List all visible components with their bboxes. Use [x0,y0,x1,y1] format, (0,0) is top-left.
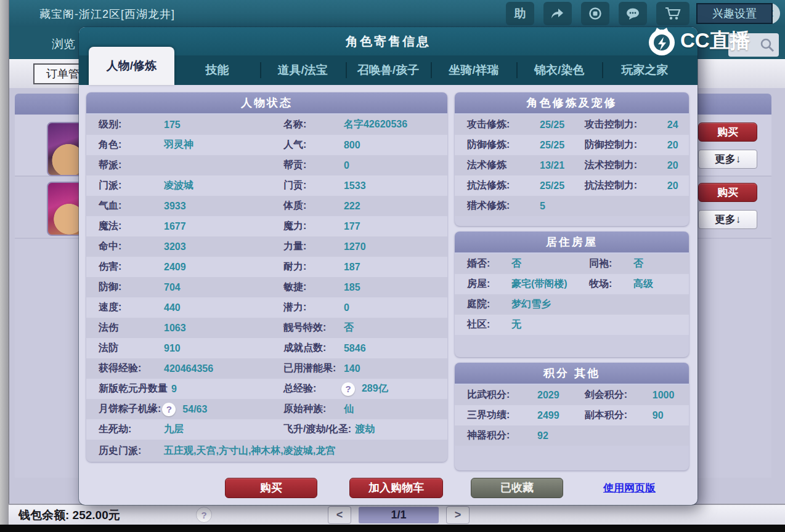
interest-settings-button[interactable]: 兴趣设置 [696,3,773,24]
stat-value: 2409 [164,262,186,273]
stat-label: 抗法修炼: [467,179,536,192]
help-icon[interactable]: ? [341,382,355,396]
stat-label: 副本积分: [585,409,649,422]
stat-label: 房屋: [467,278,508,291]
stat-label: 级别: [99,118,160,131]
stat-label: 帮贡: [283,159,340,172]
training-panel: 角色修炼及宠修 攻击修炼: 25/25 攻击控制力: [455,92,689,226]
stat-row: 级别: ? 175 名称: ? 名字42620536 [86,115,447,135]
stat-row: 新版乾元丹数量 ? 9 总经验: ? 289亿 [86,379,447,399]
stat-label: 法术修炼 [467,159,536,172]
stat-row: 伤害: ? 2409 耐力: ? 187 [86,257,447,277]
stat-value: 2029 [537,390,559,401]
stat-value: 25/25 [540,180,564,191]
dialog-tab[interactable]: 玩家之家 [602,55,688,85]
stat-value: 凌波城 [164,179,193,192]
share-icon[interactable] [543,2,572,25]
stat-value: 25/25 [540,140,564,151]
history-school-row: 历史门派: 五庄观,天宫,方寸山,神木林,凌波城,龙宫 [86,440,447,462]
stat-label: 防御修炼: [467,139,536,151]
wallet-help-icon[interactable]: ? [196,507,212,523]
stat-label: 速度: [99,301,160,314]
wallet-balance: 钱包余额: 252.00元 [18,507,120,523]
stat-row: 攻击修炼: 25/25 攻击控制力: 24 [455,115,689,135]
stat-label: 伤害: [99,260,160,273]
chat-icon[interactable] [619,2,647,25]
window-title: 藏宝阁-浙江2区[西湖龙井] [39,7,175,22]
menu-browse[interactable]: 浏览 [52,36,75,52]
score-panel-title: 积分 其他 [455,363,689,385]
stat-value: 9 [171,384,177,395]
stat-label: 命中: [99,240,160,253]
search-icon[interactable] [759,37,775,55]
stat-row: 速度: ? 440 潜力: ? 0 [86,297,447,318]
stat-value: 高级 [633,278,653,291]
stat-label: 社区: [467,318,508,331]
add-to-cart-button[interactable]: 加入购物车 [349,478,443,498]
stat-value: 13/21 [540,160,564,171]
web-version-link[interactable]: 使用网页版 [603,481,656,495]
stat-value: 92 [537,430,548,441]
dialog-tab[interactable]: 人物/修炼 [89,47,174,85]
bottom-bar: 钱包余额: 252.00元 ? < 1/1 > [9,504,785,526]
help-button[interactable]: 助 [506,2,534,25]
stat-label: 生死劫: [99,423,160,436]
stat-value: 否 [344,321,354,334]
stat-label: 婚否: [467,257,508,270]
record-icon[interactable] [581,2,609,25]
help-icon[interactable]: ? [162,403,176,416]
stat-label: 防御控制力: [585,139,664,151]
list-more-button[interactable]: 更多↓ [698,150,757,169]
stat-value: 1063 [164,323,186,334]
dialog-tab[interactable]: 坐骑/祥瑞 [431,55,516,85]
character-avatar[interactable] [47,182,83,236]
next-page-button[interactable]: > [446,506,470,524]
stat-row: 猎术修炼: 5 [455,196,689,216]
stat-label: 潜力: [283,301,340,314]
stat-label: 剑会积分: [585,389,649,401]
list-buy-button[interactable]: 购买 [698,183,757,202]
stat-value: 440 [164,302,181,313]
stat-value: 54/63 [182,404,207,415]
stat-row: 防御: ? 704 敏捷: ? 185 [86,277,447,297]
stat-label: 历史门派: [99,445,160,457]
stat-row: 三界功绩: 2499 副本积分: 90 [455,405,689,425]
character-avatar[interactable] [47,122,83,176]
stat-value: 2499 [537,410,559,421]
stat-label: 成就点数: [283,342,340,355]
list-buy-button[interactable]: 购买 [698,123,757,142]
stat-label: 月饼粽子机缘: [99,403,161,416]
dialog-tab[interactable]: 锦衣/染色 [516,55,602,85]
dialog-tab[interactable]: 道具/法宝 [260,55,346,85]
dialog-body: 人物状态 级别: ? 175 名称: [79,85,698,470]
prev-page-button[interactable]: < [328,506,351,524]
dialog-tab[interactable]: 召唤兽/孩子 [346,55,431,85]
stat-value: 25/25 [540,119,564,131]
stat-row: 魔法: ? 1677 魔力: ? 177 [86,216,447,236]
stat-value: 1677 [164,221,186,232]
stat-label: 力量: [283,240,340,253]
stat-row: 门派: ? 凌波城 门贡: ? 1533 [86,175,447,196]
stat-row: 抗法修炼: 25/25 抗法控制力: 20 [455,175,689,196]
stat-value: 渡劫 [355,423,375,436]
stat-value: 5 [540,201,545,212]
stat-label: 攻击控制力: [585,118,664,131]
cart-icon[interactable] [656,2,689,25]
buy-button[interactable]: 购买 [225,478,317,498]
favorited-button[interactable]: 已收藏 [471,478,563,498]
list-more-button[interactable]: 更多↓ [698,210,757,229]
dialog-tab[interactable]: 技能 [174,55,260,85]
stat-label: 同袍: [589,257,630,270]
stat-label: 庭院: [467,298,508,311]
stat-value: 五庄观,天宫,方寸山,神木林,凌波城,龙宫 [164,445,335,457]
stat-value: 24 [667,119,678,131]
stat-value: 梦幻雪乡 [511,298,551,311]
screen: 藏宝阁-浙江2区[西湖龙井] 助 × 浏览 订单管 兴趣设 [0,0,785,532]
stat-value: 无 [511,318,521,331]
stat-row: 庭院: 梦幻雪乡 [455,294,689,315]
stat-label: 三界功绩: [467,409,534,422]
stat-row: 法伤 ? 1063 靓号特效: ? 否 [86,318,447,338]
stat-row: 月饼粽子机缘: ? 54/63 原始种族: ? 仙 [86,399,447,419]
status-panel-title: 人物状态 [86,92,447,115]
stat-value: 177 [344,221,360,232]
